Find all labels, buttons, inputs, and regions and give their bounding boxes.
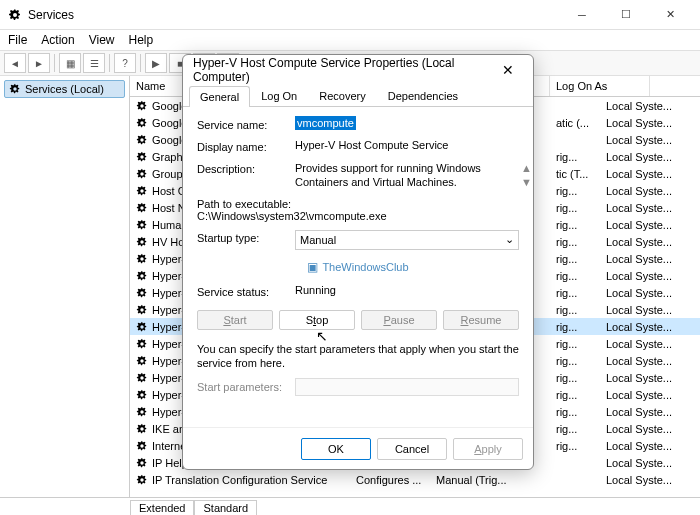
titlebar: Services ─ ☐ ✕ xyxy=(0,0,700,30)
gear-icon xyxy=(136,151,148,163)
description-label: Description: xyxy=(197,161,287,175)
play-button[interactable]: ▶ xyxy=(145,53,167,73)
col-logon[interactable]: Log On As xyxy=(550,76,650,96)
display-name-value: Hyper-V Host Compute Service xyxy=(295,139,519,151)
tab-recovery[interactable]: Recovery xyxy=(308,85,376,106)
tab-general[interactable]: General xyxy=(189,86,250,107)
pause-button: Pause xyxy=(361,310,437,330)
minimize-button[interactable]: ─ xyxy=(560,1,604,29)
maximize-button[interactable]: ☐ xyxy=(604,1,648,29)
menubar: File Action View Help xyxy=(0,30,700,50)
scroll-down-icon[interactable]: ▼ xyxy=(521,175,529,189)
gear-icon xyxy=(136,100,148,112)
params-input xyxy=(295,378,519,396)
back-button[interactable]: ◄ xyxy=(4,53,26,73)
service-name-label: Service name: xyxy=(197,117,287,131)
gear-icon xyxy=(136,372,148,384)
gear-icon xyxy=(136,202,148,214)
description-value: Provides support for running Windows Con… xyxy=(295,161,519,190)
stop-button[interactable]: Stop xyxy=(279,310,355,330)
gear-icon xyxy=(136,338,148,350)
tree-pane: Services (Local) xyxy=(0,76,130,497)
help-button[interactable]: ? xyxy=(114,53,136,73)
service-name-value[interactable]: vmcompute xyxy=(295,116,356,130)
bottom-tabs: Extended Standard xyxy=(0,497,700,515)
forward-button[interactable]: ► xyxy=(28,53,50,73)
scroll-up-icon[interactable]: ▲ xyxy=(521,161,529,175)
tree-root-label: Services (Local) xyxy=(25,83,104,95)
chevron-down-icon: ⌄ xyxy=(505,233,514,246)
tab-dependencies[interactable]: Dependencies xyxy=(377,85,469,106)
startup-label: Startup type: xyxy=(197,230,287,244)
dialog-close-button[interactable]: ✕ xyxy=(493,62,523,78)
menu-file[interactable]: File xyxy=(8,33,27,47)
gear-icon xyxy=(136,185,148,197)
gear-icon xyxy=(9,83,21,95)
params-label: Start parameters: xyxy=(197,381,287,393)
cancel-button[interactable]: Cancel xyxy=(377,438,447,460)
services-icon xyxy=(8,8,22,22)
gear-icon xyxy=(136,168,148,180)
show-hide-button[interactable]: ▦ xyxy=(59,53,81,73)
tab-logon[interactable]: Log On xyxy=(250,85,308,106)
menu-view[interactable]: View xyxy=(89,33,115,47)
gear-icon xyxy=(136,440,148,452)
gear-icon xyxy=(136,457,148,469)
gear-icon xyxy=(136,406,148,418)
gear-icon xyxy=(136,389,148,401)
gear-icon xyxy=(136,287,148,299)
tab-standard[interactable]: Standard xyxy=(194,500,257,515)
gear-icon xyxy=(136,134,148,146)
window-title: Services xyxy=(28,8,560,22)
start-button: Start xyxy=(197,310,273,330)
status-value: Running xyxy=(295,284,519,296)
display-name-label: Display name: xyxy=(197,139,287,153)
gear-icon xyxy=(136,236,148,248)
ok-button[interactable]: OK xyxy=(301,438,371,460)
gear-icon xyxy=(136,304,148,316)
startup-select[interactable]: Manual ⌄ xyxy=(295,230,519,250)
close-button[interactable]: ✕ xyxy=(648,1,692,29)
gear-icon xyxy=(136,253,148,265)
note-text: You can specify the start parameters tha… xyxy=(197,342,519,371)
gear-icon xyxy=(136,270,148,282)
path-value: C:\Windows\system32\vmcompute.exe xyxy=(197,210,519,222)
gear-icon xyxy=(136,355,148,367)
tab-extended[interactable]: Extended xyxy=(130,500,194,515)
menu-help[interactable]: Help xyxy=(129,33,154,47)
path-label: Path to executable: xyxy=(197,198,519,210)
dialog-title: Hyper-V Host Compute Service Properties … xyxy=(193,56,493,84)
status-label: Service status: xyxy=(197,284,287,298)
gear-icon xyxy=(136,117,148,129)
gear-icon xyxy=(136,321,148,333)
apply-button: Apply xyxy=(453,438,523,460)
table-row[interactable]: IP Translation Configuration ServiceConf… xyxy=(130,471,700,488)
tree-root[interactable]: Services (Local) xyxy=(4,80,125,98)
gear-icon xyxy=(136,474,148,486)
gear-icon xyxy=(136,423,148,435)
watermark: ▣ TheWindowsClub xyxy=(197,260,519,274)
menu-action[interactable]: Action xyxy=(41,33,74,47)
export-button[interactable]: ☰ xyxy=(83,53,105,73)
gear-icon xyxy=(136,219,148,231)
properties-dialog: Hyper-V Host Compute Service Properties … xyxy=(182,54,534,470)
resume-button: Resume xyxy=(443,310,519,330)
startup-value: Manual xyxy=(300,234,336,246)
